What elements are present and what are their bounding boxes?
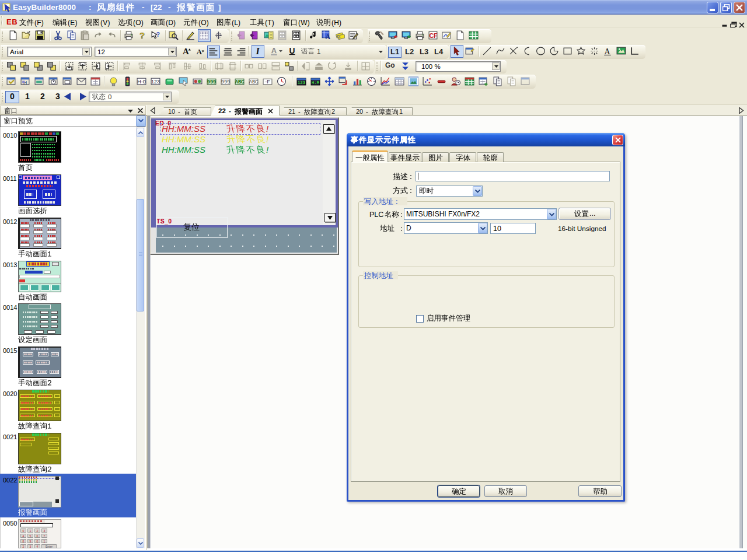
svg-text:A: A — [325, 33, 330, 40]
svg-text:I: I — [255, 46, 260, 56]
svg-text:CF: CF — [429, 32, 438, 39]
svg-text:-F: -F — [265, 78, 270, 85]
svg-text:H-0: H-0 — [137, 79, 146, 85]
svg-text:999: 999 — [207, 79, 216, 85]
svg-text:ABC: ABC — [235, 79, 244, 85]
svg-text:ABC: ABC — [249, 79, 258, 85]
svg-text:A: A — [197, 48, 203, 56]
svg-text:123: 123 — [298, 80, 305, 85]
svg-text:A: A — [183, 47, 189, 56]
svg-text:U: U — [289, 46, 295, 55]
svg-text:999: 999 — [221, 79, 230, 85]
svg-text:H:M: H:M — [312, 80, 319, 85]
svg-text:?: ? — [139, 31, 145, 40]
svg-text:A: A — [271, 46, 277, 55]
svg-text:?: ? — [156, 31, 160, 38]
svg-text:A: A — [604, 47, 610, 56]
svg-text:123: 123 — [151, 79, 160, 85]
